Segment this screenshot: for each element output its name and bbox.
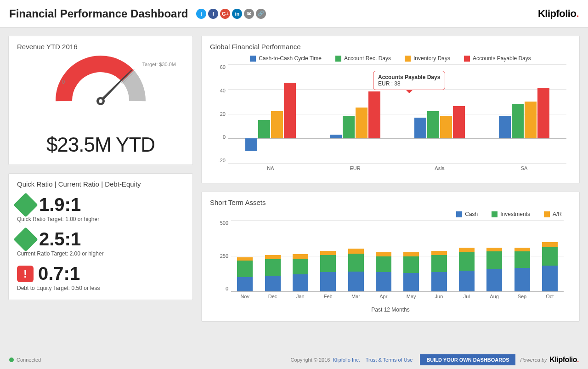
stacked-bar[interactable] xyxy=(237,257,253,291)
global-x-axis: NAEURAsiaSA xyxy=(228,165,566,175)
short-x-label: Past 12 Months xyxy=(210,307,571,313)
stack-segment xyxy=(237,277,253,291)
short-term-card: Short Term Assets Cash Investments A/R 5… xyxy=(201,192,580,322)
stacked-bar[interactable] xyxy=(403,252,419,291)
bar[interactable] xyxy=(537,88,549,138)
stacked-bar[interactable] xyxy=(514,248,530,291)
bar[interactable] xyxy=(356,108,368,138)
link-icon[interactable]: 🔗 xyxy=(256,9,266,19)
bar-group xyxy=(482,88,566,138)
stack-segment xyxy=(514,251,530,268)
gauge-chart: 0 Target: $30.0M xyxy=(17,55,184,133)
facebook-icon[interactable]: f xyxy=(208,9,218,19)
current-ratio-row: 2.5:1 xyxy=(17,229,184,250)
stack-segment xyxy=(514,268,530,291)
stacked-bar[interactable] xyxy=(376,252,391,291)
stack-segment xyxy=(348,249,364,254)
footer: Connected Copyright © 2016 Klipfolio Inc… xyxy=(0,354,588,365)
stack-segment xyxy=(403,252,419,256)
status-good-icon xyxy=(13,193,38,217)
stacked-bar[interactable] xyxy=(348,249,364,291)
bar[interactable] xyxy=(245,138,257,151)
stacked-bar[interactable] xyxy=(542,242,558,291)
page-title: Financial Performance Dashboard xyxy=(9,7,188,20)
bar[interactable] xyxy=(368,91,380,138)
revenue-value: $23.5M YTD xyxy=(17,133,184,156)
ratios-title: Quick Ratio | Current Ratio | Debt-Equit… xyxy=(17,180,184,188)
stacked-bar[interactable] xyxy=(431,251,447,291)
stack-segment xyxy=(459,248,475,252)
stack-segment xyxy=(265,276,281,291)
stacked-bar[interactable] xyxy=(265,255,281,291)
stack-segment xyxy=(486,269,502,291)
linkedin-icon[interactable]: in xyxy=(232,9,242,19)
debt-ratio-value: 0.7:1 xyxy=(38,263,80,284)
revenue-title: Revenue YTD 2016 xyxy=(17,43,184,51)
stack-segment xyxy=(376,256,391,272)
stack-segment xyxy=(320,255,336,272)
footer-brand-logo: Klipfolio. xyxy=(550,356,579,364)
googleplus-icon[interactable]: G+ xyxy=(220,9,230,19)
stack-segment xyxy=(459,252,475,271)
short-term-plot[interactable]: 500 250 0 NovDecJanFebMarAprMayJunJulAug… xyxy=(210,220,571,303)
stacked-bar[interactable] xyxy=(293,254,308,291)
bar[interactable] xyxy=(284,83,296,138)
bar[interactable] xyxy=(414,118,426,139)
bar[interactable] xyxy=(453,106,465,138)
dashboard-grid: Revenue YTD 2016 0 Target: $30.0M xyxy=(0,28,588,330)
bar[interactable] xyxy=(427,111,439,138)
bar[interactable] xyxy=(343,116,355,138)
global-chart-plot[interactable]: 60 40 20 0 -20 Accounts Payable Days EUR xyxy=(210,64,571,175)
bar[interactable] xyxy=(330,135,342,138)
status-dot-icon xyxy=(9,358,14,362)
stack-segment xyxy=(542,242,558,247)
company-link[interactable]: Klipfolio Inc. xyxy=(333,357,360,363)
powered-by-label: Powered by xyxy=(520,357,547,363)
stack-segment xyxy=(403,256,419,273)
bar[interactable] xyxy=(271,111,283,138)
status-alert-icon: ! xyxy=(17,266,34,282)
stack-segment xyxy=(348,254,364,272)
global-chart-title: Global Financial Performance xyxy=(210,43,571,51)
twitter-icon[interactable]: t xyxy=(196,9,206,19)
stack-segment xyxy=(320,251,336,255)
stack-segment xyxy=(320,272,336,291)
stacked-bar[interactable] xyxy=(459,248,475,291)
ratios-card: Quick Ratio | Current Ratio | Debt-Equit… xyxy=(8,173,193,300)
app-header: Financial Performance Dashboard t f G+ i… xyxy=(0,0,588,28)
short-y-axis: 500 250 0 xyxy=(210,220,231,291)
cta-button[interactable]: BUILD YOUR OWN DASHBOARDS xyxy=(420,354,515,365)
stack-segment xyxy=(542,266,558,291)
stack-segment xyxy=(542,247,558,266)
bar[interactable] xyxy=(525,102,537,139)
short-term-title: Short Term Assets xyxy=(210,199,571,206)
bar-group xyxy=(228,83,313,138)
stack-segment xyxy=(348,272,364,291)
quick-ratio-value: 1.9:1 xyxy=(39,194,81,215)
stack-segment xyxy=(486,251,502,269)
debt-ratio-row: ! 0.7:1 xyxy=(17,263,184,284)
bar[interactable] xyxy=(499,116,511,138)
debt-ratio-target: Debt to Equity Target: 0.50 or less xyxy=(17,285,184,291)
quick-ratio-row: 1.9:1 xyxy=(17,194,184,215)
current-ratio-target: Current Ratio Target: 2.00 or higher xyxy=(17,250,184,257)
status-good-icon xyxy=(13,227,38,252)
stack-segment xyxy=(431,251,447,255)
email-icon[interactable]: ✉ xyxy=(244,9,254,19)
bar[interactable] xyxy=(440,116,452,138)
copyright-text: Copyright © 2016 xyxy=(291,357,330,363)
bar[interactable] xyxy=(512,104,524,138)
stack-segment xyxy=(237,257,253,261)
right-column: Global Financial Performance Cash-to-Cas… xyxy=(201,36,580,322)
gauge-min-label: 0 xyxy=(62,79,65,85)
stack-segment xyxy=(293,274,308,291)
bar[interactable] xyxy=(258,120,270,138)
stacked-bar[interactable] xyxy=(320,251,336,291)
short-plot-area xyxy=(231,220,564,291)
brand-logo: Klipfolio. xyxy=(538,8,579,20)
terms-link[interactable]: Trust & Terms of Use xyxy=(366,357,413,363)
stacked-bar[interactable] xyxy=(486,248,502,291)
stack-segment xyxy=(376,272,391,291)
stack-segment xyxy=(293,259,308,274)
svg-point-2 xyxy=(99,99,102,103)
